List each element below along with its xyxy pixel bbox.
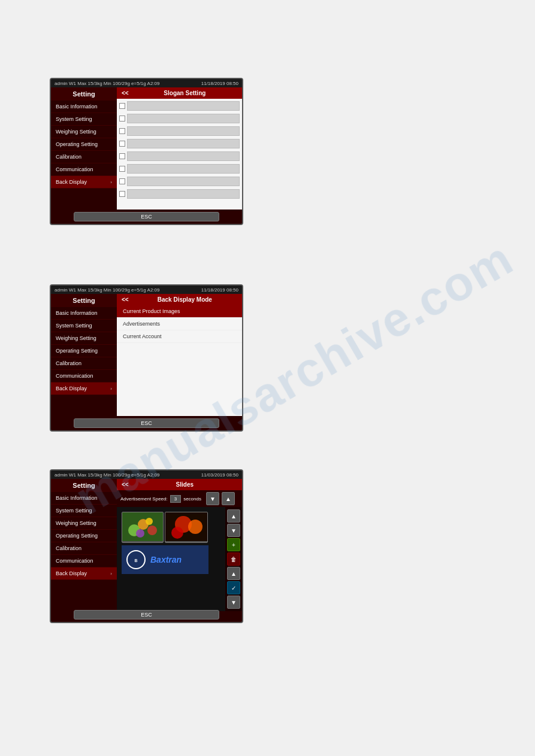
esc-button-3[interactable]: ESC — [74, 610, 219, 620]
sidebar-item-operating-setting-2[interactable]: Operating Setting — [51, 345, 117, 357]
sidebar-title-1: Setting — [51, 87, 117, 101]
slogan-checkbox-1[interactable] — [119, 103, 125, 109]
sidebar-item-weighing-setting-1[interactable]: Weighing Setting — [51, 126, 117, 138]
slogan-checkbox-7[interactable] — [119, 178, 125, 184]
slide-thumb-cherry[interactable] — [165, 512, 208, 543]
slide-move-up-button[interactable]: ▲ — [227, 509, 240, 523]
svg-point-3 — [147, 526, 157, 535]
sidebar-item-operating-setting-1[interactable]: Operating Setting — [51, 138, 117, 151]
status-bar-3: admin W1 Max 15/3kg Min 100/29g e=5/1g A… — [51, 470, 242, 479]
slogan-row-2 — [119, 114, 240, 123]
speed-value: 3 — [170, 495, 181, 503]
screen3-wrapper: admin W1 Max 15/3kg Min 100/29g e=5/1g A… — [50, 469, 243, 623]
panel-header-1: << Slogan Setting — [117, 87, 242, 99]
speed-control: Advertisement Speed: 3 seconds ▼ ▲ — [117, 490, 242, 507]
slide-add-button[interactable]: + — [227, 538, 240, 551]
slogan-input-6[interactable] — [127, 164, 240, 174]
screen2-wrapper: admin W1 Max 15/3kg Min 100/29g e=5/1g A… — [50, 284, 243, 432]
sidebar-item-calibration-2[interactable]: Calibration — [51, 357, 117, 370]
mode-item-current-account[interactable]: Current Account — [117, 330, 242, 343]
svg-text:B: B — [134, 558, 137, 563]
speed-up-button[interactable]: ▲ — [222, 492, 235, 505]
sidebar-item-communication-1[interactable]: Communication — [51, 163, 117, 176]
slide-thumb-baxtran[interactable]: B Baxtran — [122, 545, 208, 574]
baxtran-brand-text: Baxtran — [150, 555, 182, 564]
chevron-icon-2: › — [110, 386, 112, 391]
sidebar-title-3: Setting — [51, 479, 117, 492]
sidebar-item-operating-setting-3[interactable]: Operating Setting — [51, 530, 117, 542]
sidebar-item-weighing-setting-3[interactable]: Weighing Setting — [51, 517, 117, 530]
slogan-checkbox-6[interactable] — [119, 166, 125, 172]
svg-point-9 — [171, 527, 183, 539]
panel-header-3: << Slides — [117, 479, 242, 490]
slogan-checkbox-8[interactable] — [119, 191, 125, 197]
slogan-input-4[interactable] — [127, 139, 240, 148]
svg-point-5 — [146, 518, 153, 525]
sidebar-item-calibration-1[interactable]: Calibration — [51, 151, 117, 163]
baxtran-logo-circle: B — [127, 551, 145, 569]
slogan-input-2[interactable] — [127, 114, 240, 123]
status-left-3: admin W1 Max 15/3kg Min 100/29g e=5/1g A… — [55, 472, 159, 478]
slogan-row-4 — [119, 139, 240, 148]
slogan-row-8 — [119, 189, 240, 199]
device-content-3: Setting Basic Information System Setting… — [51, 479, 242, 608]
mode-list-2: Current Product Images Advertisements Cu… — [117, 305, 242, 416]
mode-item-product-images[interactable]: Current Product Images — [117, 305, 242, 318]
svg-point-4 — [136, 529, 144, 538]
sidebar-item-back-display-2[interactable]: Back Display › — [51, 382, 117, 395]
slogan-input-1[interactable] — [127, 101, 240, 111]
fruit-image — [122, 512, 163, 541]
slide-move-down-button[interactable]: ▼ — [227, 524, 240, 537]
sidebar-item-system-setting-2[interactable]: System Setting — [51, 320, 117, 332]
sidebar-item-system-setting-1[interactable]: System Setting — [51, 113, 117, 126]
speed-unit: seconds — [183, 496, 201, 502]
sidebar-item-communication-2[interactable]: Communication — [51, 370, 117, 382]
slide-row-2: B Baxtran — [122, 545, 220, 574]
sidebar-item-back-display-1[interactable]: Back Display › — [51, 176, 117, 189]
sidebar-1: Setting Basic Information System Setting… — [51, 87, 117, 210]
status-right-2: 11/18/2019 08:50 — [201, 287, 238, 293]
slogan-input-5[interactable] — [127, 151, 240, 161]
sidebar-item-basic-info-1[interactable]: Basic Information — [51, 101, 117, 113]
back-button-2[interactable]: << — [122, 296, 129, 303]
speed-down-button[interactable]: ▼ — [206, 492, 219, 505]
main-panel-3: << Slides Advertisement Speed: 3 seconds… — [117, 479, 242, 608]
sidebar-item-communication-3[interactable]: Communication — [51, 555, 117, 567]
status-bar-1: admin W1 Max 15/3kg Min 100/29g e=5/1g A… — [51, 79, 242, 87]
slide-delete-button[interactable]: 🗑 — [227, 552, 240, 566]
slogan-checkbox-3[interactable] — [119, 128, 125, 134]
panel-title-3: Slides — [132, 481, 237, 488]
esc-button-2[interactable]: ESC — [74, 418, 219, 428]
slogan-input-3[interactable] — [127, 126, 240, 136]
mode-item-advertisements[interactable]: Advertisements — [117, 318, 242, 330]
slogan-checkbox-2[interactable] — [119, 116, 125, 122]
status-right-3: 11/03/2019 08:50 — [201, 472, 238, 478]
sidebar-item-basic-info-3[interactable]: Basic Information — [51, 492, 117, 505]
sidebar-item-back-display-3[interactable]: Back Display › — [51, 567, 117, 580]
slogan-row-3 — [119, 126, 240, 136]
slogan-row-7 — [119, 177, 240, 186]
slogan-input-7[interactable] — [127, 177, 240, 186]
chevron-icon-1: › — [110, 180, 112, 185]
slide-thumb-fruit[interactable] — [122, 512, 164, 543]
slide-down2-button[interactable]: ▼ — [227, 596, 240, 609]
back-button-3[interactable]: << — [122, 481, 129, 488]
device-screen3: admin W1 Max 15/3kg Min 100/29g e=5/1g A… — [50, 469, 243, 623]
main-panel-1: << Slogan Setting — [117, 87, 242, 210]
status-bar-2: admin W1 Max 15/3kg Min 100/29g e=5/1g A… — [51, 286, 242, 294]
back-button-1[interactable]: << — [122, 90, 129, 96]
sidebar-item-basic-info-2[interactable]: Basic Information — [51, 307, 117, 320]
sidebar-title-2: Setting — [51, 294, 117, 307]
sidebar-item-system-setting-3[interactable]: System Setting — [51, 505, 117, 517]
sidebar-item-calibration-3[interactable]: Calibration — [51, 542, 117, 555]
slide-row-1 — [122, 512, 220, 543]
sidebar-item-weighing-setting-2[interactable]: Weighing Setting — [51, 332, 117, 345]
slide-up2-button[interactable]: ▲ — [227, 567, 240, 580]
slide-check-button[interactable]: ✓ — [227, 581, 240, 594]
slogan-checkbox-5[interactable] — [119, 153, 125, 159]
slogan-checkbox-4[interactable] — [119, 141, 125, 147]
esc-button-1[interactable]: ESC — [74, 212, 219, 221]
device-content-1: Setting Basic Information System Setting… — [51, 87, 242, 210]
status-left-2: admin W1 Max 15/3kg Min 100/29g e=5/1g A… — [55, 287, 159, 293]
slogan-input-8[interactable] — [127, 189, 240, 199]
